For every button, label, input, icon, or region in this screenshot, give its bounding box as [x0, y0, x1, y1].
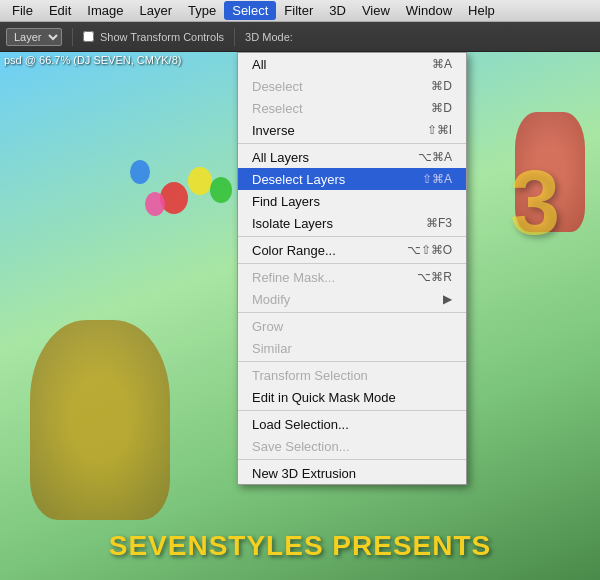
separator-after-color-range [238, 263, 466, 264]
menu-item-color-range[interactable]: Color Range...⌥⇧⌘O [238, 239, 466, 261]
canvas-area: 3 psd @ 66.7% (DJ SEVEN, CMYK/8) SEVENST… [0, 52, 600, 580]
menu-item-label-deselect: Deselect [252, 79, 303, 94]
menu-help[interactable]: Help [460, 1, 503, 20]
menu-item-label-color-range: Color Range... [252, 243, 336, 258]
menu-item-new-3d-extrusion[interactable]: New 3D Extrusion [238, 462, 466, 484]
menu-item-all-layers[interactable]: All Layers⌥⌘A [238, 146, 466, 168]
menu-item-label-refine-mask: Refine Mask... [252, 270, 335, 285]
menu-item-label-edit-quick-mask: Edit in Quick Mask Mode [252, 390, 396, 405]
menu-item-label-load-selection: Load Selection... [252, 417, 349, 432]
menu-item-all[interactable]: All⌘A [238, 53, 466, 75]
menu-edit[interactable]: Edit [41, 1, 79, 20]
separator-after-save-selection [238, 459, 466, 460]
3d-mode-label: 3D Mode: [245, 31, 293, 43]
separator-after-modify [238, 312, 466, 313]
menu-file[interactable]: File [4, 1, 41, 20]
menu-item-load-selection[interactable]: Load Selection... [238, 413, 466, 435]
menu-item-transform-selection: Transform Selection [238, 364, 466, 386]
menu-item-shortcut-isolate-layers: ⌘F3 [426, 216, 452, 230]
menu-item-shortcut-deselect: ⌘D [431, 79, 452, 93]
menu-item-find-layers[interactable]: Find Layers [238, 190, 466, 212]
show-transform-label: Show Transform Controls [100, 31, 224, 43]
menu-item-label-deselect-layers: Deselect Layers [252, 172, 345, 187]
menu-item-grow: Grow [238, 315, 466, 337]
deer-image [30, 320, 170, 520]
menu-item-edit-quick-mask[interactable]: Edit in Quick Mask Mode [238, 386, 466, 408]
menu-item-label-isolate-layers: Isolate Layers [252, 216, 333, 231]
menu-item-modify: Modify▶ [238, 288, 466, 310]
menu-item-shortcut-reselect: ⌘D [431, 101, 452, 115]
layer-dropdown[interactable]: Layer [6, 28, 62, 46]
menu-view[interactable]: View [354, 1, 398, 20]
toolbar-divider-1 [72, 28, 73, 46]
menu-filter[interactable]: Filter [276, 1, 321, 20]
menu-item-label-modify: Modify [252, 292, 290, 307]
menu-item-shortcut-inverse: ⇧⌘I [427, 123, 452, 137]
separator-after-edit-quick-mask [238, 410, 466, 411]
canvas-bottom-text: SEVENSTYLES PRESENTS [109, 530, 492, 562]
menu-item-save-selection: Save Selection... [238, 435, 466, 457]
menu-item-label-grow: Grow [252, 319, 283, 334]
balloon-pink [145, 192, 165, 216]
menu-item-label-similar: Similar [252, 341, 292, 356]
menu-item-label-reselect: Reselect [252, 101, 303, 116]
menu-item-label-inverse: Inverse [252, 123, 295, 138]
menu-item-inverse[interactable]: Inverse⇧⌘I [238, 119, 466, 141]
menu-item-label-all: All [252, 57, 266, 72]
menu-item-label-save-selection: Save Selection... [252, 439, 350, 454]
menu-item-deselect: Deselect⌘D [238, 75, 466, 97]
separator-after-similar [238, 361, 466, 362]
menu-layer[interactable]: Layer [132, 1, 181, 20]
menu-type[interactable]: Type [180, 1, 224, 20]
menu-item-refine-mask: Refine Mask...⌥⌘R [238, 266, 466, 288]
menu-item-label-transform-selection: Transform Selection [252, 368, 368, 383]
balloon-blue [130, 160, 150, 184]
menu-item-shortcut-deselect-layers: ⇧⌘A [422, 172, 452, 186]
number-decoration: 3 [510, 152, 560, 255]
menu-3d[interactable]: 3D [321, 1, 354, 20]
menu-item-shortcut-all: ⌘A [432, 57, 452, 71]
menu-item-shortcut-color-range: ⌥⇧⌘O [407, 243, 452, 257]
select-menu-dropdown: All⌘ADeselect⌘DReselect⌘DInverse⇧⌘IAll L… [237, 52, 467, 485]
toolbar-divider-2 [234, 28, 235, 46]
menu-select[interactable]: Select [224, 1, 276, 20]
menu-item-reselect: Reselect⌘D [238, 97, 466, 119]
menu-item-deselect-layers[interactable]: Deselect Layers⇧⌘A [238, 168, 466, 190]
menu-image[interactable]: Image [79, 1, 131, 20]
menu-item-isolate-layers[interactable]: Isolate Layers⌘F3 [238, 212, 466, 234]
menu-item-shortcut-refine-mask: ⌥⌘R [417, 270, 452, 284]
menu-item-label-new-3d-extrusion: New 3D Extrusion [252, 466, 356, 481]
menu-item-label-all-layers: All Layers [252, 150, 309, 165]
separator-after-inverse [238, 143, 466, 144]
show-transform-checkbox[interactable] [83, 31, 94, 42]
canvas-title: psd @ 66.7% (DJ SEVEN, CMYK/8) [4, 54, 181, 66]
menu-item-shortcut-all-layers: ⌥⌘A [418, 150, 452, 164]
balloon-green [210, 177, 232, 203]
menu-window[interactable]: Window [398, 1, 460, 20]
balloon-red [160, 182, 188, 214]
menu-item-label-find-layers: Find Layers [252, 194, 320, 209]
menubar: File Edit Image Layer Type Select Filter… [0, 0, 600, 22]
separator-after-isolate-layers [238, 236, 466, 237]
menu-item-shortcut-modify: ▶ [443, 292, 452, 306]
menu-item-similar: Similar [238, 337, 466, 359]
balloon-yellow [188, 167, 212, 195]
toolbar: Layer Show Transform Controls 3D Mode: [0, 22, 600, 52]
